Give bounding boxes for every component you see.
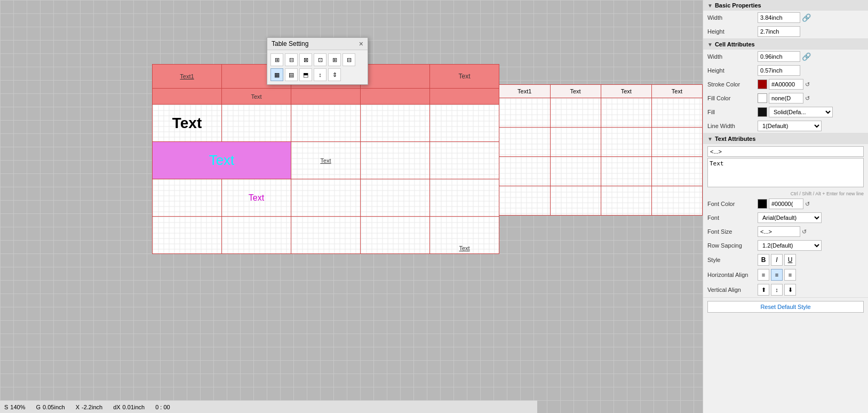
align-left-button[interactable]: ≡: [758, 269, 769, 281]
valign-middle-button[interactable]: ↕: [771, 284, 783, 296]
line-width-select[interactable]: 1(Default): [758, 121, 822, 131]
table-icon-5[interactable]: ⊞: [328, 53, 341, 66]
fill-color-swatch[interactable]: [758, 93, 767, 103]
table-icon-2[interactable]: ⊟: [285, 53, 298, 66]
stroke-color-swatch[interactable]: [758, 80, 767, 89]
sec-r4c1[interactable]: [499, 186, 551, 216]
height-input[interactable]: [758, 26, 800, 37]
sec-r2c1[interactable]: [499, 128, 551, 157]
stroke-refresh-icon[interactable]: ↺: [805, 81, 810, 88]
sec-r3c2[interactable]: [550, 157, 601, 186]
text-placeholder-input[interactable]: [707, 146, 864, 157]
table-cell-r5c3[interactable]: [291, 217, 361, 254]
bold-button[interactable]: B: [758, 254, 769, 266]
stroke-color-input[interactable]: [769, 79, 803, 90]
table-cell-r5c2[interactable]: [222, 217, 291, 254]
sec-r4c4[interactable]: [651, 186, 702, 216]
table-cell-h4[interactable]: [361, 65, 430, 89]
width-input[interactable]: [758, 12, 800, 23]
fill-color-input[interactable]: [769, 93, 803, 104]
table-cell-r2c4[interactable]: [361, 105, 430, 142]
table-icon-4[interactable]: ⊡: [314, 53, 327, 66]
table-cell-r2c1[interactable]: Text: [153, 105, 222, 142]
sec-r4c2[interactable]: [550, 186, 601, 216]
sec-r3c1[interactable]: [499, 157, 551, 186]
table-cell-r4c1[interactable]: [153, 179, 222, 217]
sec-h4[interactable]: Text: [651, 85, 702, 98]
table-cell-r3c3[interactable]: Text: [291, 142, 361, 179]
table-cell-r2c2[interactable]: [222, 105, 291, 142]
cell-attributes-header[interactable]: ▼ Cell Attributes: [703, 39, 868, 50]
font-color-refresh-icon[interactable]: ↺: [805, 201, 810, 208]
cell-height-input[interactable]: [758, 65, 800, 76]
table-icon-3[interactable]: ⊠: [299, 53, 312, 66]
font-color-input[interactable]: [769, 198, 803, 209]
table-icon-11[interactable]: ⇕: [328, 68, 341, 81]
table-cell-s2[interactable]: Text: [222, 89, 291, 105]
secondary-table[interactable]: Text1 Text Text Text: [499, 84, 703, 216]
text-attributes-header[interactable]: ▼ Text Attributes: [703, 133, 868, 144]
reset-default-style-button[interactable]: Reset Default Style: [707, 301, 864, 313]
sec-r3c3[interactable]: [601, 157, 651, 186]
fill-select[interactable]: Solid(Defa...: [769, 107, 833, 117]
table-cell-r5c5[interactable]: Text: [430, 217, 499, 254]
underline-icon: U: [788, 256, 793, 264]
table-cell-r4c3[interactable]: [291, 179, 361, 217]
table-icon-9[interactable]: ⬒: [299, 68, 312, 81]
table-cell-r3c5[interactable]: [430, 142, 499, 179]
fill-color-refresh-icon[interactable]: ↺: [805, 95, 810, 102]
italic-button[interactable]: I: [771, 254, 783, 266]
sec-r1c1[interactable]: [499, 98, 551, 128]
sec-r3c4[interactable]: [651, 157, 702, 186]
table-cell-r4c4[interactable]: [361, 179, 430, 217]
font-color-swatch[interactable]: [758, 199, 767, 209]
table-icon-8[interactable]: ▤: [285, 68, 298, 81]
sec-h1[interactable]: Text1: [499, 85, 551, 98]
align-center-button[interactable]: ≡: [771, 269, 783, 281]
table-icon-1[interactable]: ⊞: [270, 53, 283, 66]
sec-h3[interactable]: Text: [601, 85, 651, 98]
table-cell-s4[interactable]: [361, 89, 430, 105]
cell-link-icon[interactable]: 🔗: [802, 52, 811, 61]
table-cell-r5c1[interactable]: [153, 217, 222, 254]
sec-r1c2[interactable]: [550, 98, 601, 128]
text-textarea[interactable]: Text: [707, 158, 864, 187]
font-size-refresh-icon[interactable]: ↺: [802, 228, 807, 235]
sec-r2c2[interactable]: [550, 128, 601, 157]
table-cell-r3c4[interactable]: [361, 142, 430, 179]
sec-r4c3[interactable]: [601, 186, 651, 216]
sec-r2c4[interactable]: [651, 128, 702, 157]
row-spacing-select[interactable]: 1.2(Default): [758, 240, 822, 251]
valign-top-button[interactable]: ⬆: [758, 284, 769, 296]
sec-r2c3[interactable]: [601, 128, 651, 157]
link-icon[interactable]: 🔗: [802, 13, 811, 22]
table-cell-r2c3[interactable]: [291, 105, 361, 142]
dialog-close-button[interactable]: ×: [359, 40, 363, 47]
table-icon-7[interactable]: ▦: [270, 68, 283, 81]
valign-bottom-button[interactable]: ⬇: [784, 284, 796, 296]
table-cell-s3[interactable]: [291, 89, 361, 105]
table-cell-r3-merged[interactable]: Text: [153, 142, 291, 179]
cell-width-input[interactable]: [758, 51, 800, 62]
underline-button[interactable]: U: [784, 254, 796, 266]
sec-r1c3[interactable]: [601, 98, 651, 128]
table-cell-h1[interactable]: Text1: [153, 65, 222, 89]
table-icon-10[interactable]: ↕: [314, 68, 327, 81]
table-cell-r5c4[interactable]: [361, 217, 430, 254]
prop-height-row: Height: [703, 25, 868, 38]
sec-r1c4[interactable]: [651, 98, 702, 128]
table-icon-6[interactable]: ⊟: [343, 53, 355, 66]
sec-h2[interactable]: Text: [550, 85, 601, 98]
table-cell-r2c5[interactable]: [430, 105, 499, 142]
align-right-button[interactable]: ≡: [784, 269, 796, 281]
cell-text: Text: [249, 193, 264, 202]
table-cell-s1[interactable]: [153, 89, 222, 105]
font-size-input[interactable]: [758, 226, 800, 237]
font-select[interactable]: Arial(Default): [758, 212, 822, 223]
table-cell-r4c5[interactable]: [430, 179, 499, 217]
table-cell-s5[interactable]: [430, 89, 499, 105]
main-table[interactable]: Text1 Text Text Text Text Te: [152, 64, 499, 254]
table-cell-r4c2[interactable]: Text: [222, 179, 291, 217]
basic-properties-header[interactable]: ▼ Basic Properties: [703, 0, 868, 11]
table-cell-h5[interactable]: Text: [430, 65, 499, 89]
